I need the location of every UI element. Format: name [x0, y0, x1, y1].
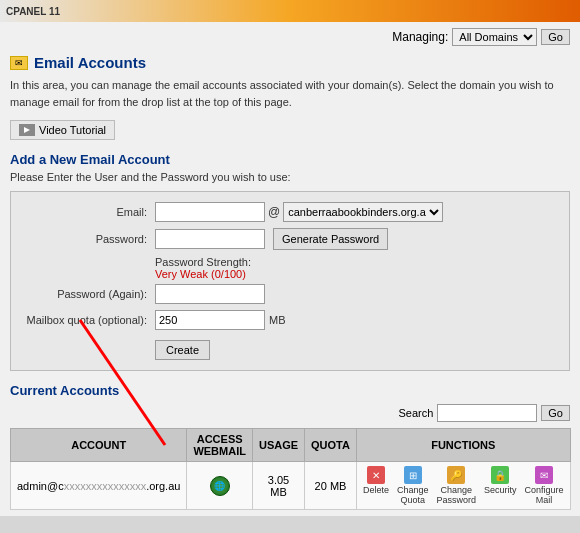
change-password-icon: 🔑	[447, 466, 465, 484]
col-quota: Quota	[305, 429, 357, 462]
change-password-function[interactable]: 🔑 ChangePassword	[437, 466, 477, 505]
configure-mail-icon: ✉	[535, 466, 553, 484]
strength-label: Password Strength:	[155, 256, 251, 268]
configure-mail-label: ConfigureMail	[525, 485, 564, 505]
accounts-table: Account AccessWebmail Usage Quota Functi…	[10, 428, 571, 510]
email-form-row: Email: @ canberraabookbinders.org.au	[25, 202, 555, 222]
add-email-form: Email: @ canberraabookbinders.org.au Pas…	[10, 191, 570, 371]
mailbox-input[interactable]	[155, 310, 265, 330]
domain-select[interactable]: canberraabookbinders.org.au	[283, 202, 443, 222]
at-symbol: @	[268, 205, 280, 219]
password-input[interactable]	[155, 229, 265, 249]
video-icon	[19, 124, 35, 136]
password-form-row: Password: Generate Password	[25, 228, 555, 250]
email-input[interactable]	[155, 202, 265, 222]
functions-group: ✕ Delete ⊞ ChangeQuota 🔑 ChangePassword	[363, 466, 564, 505]
password-again-row: Password (Again):	[25, 284, 555, 304]
configure-mail-function[interactable]: ✉ ConfigureMail	[525, 466, 564, 505]
current-accounts-title: Current Accounts	[10, 383, 570, 398]
delete-icon: ✕	[367, 466, 385, 484]
search-go-button[interactable]: Go	[541, 405, 570, 421]
strength-value: Very Weak (0/100)	[155, 268, 246, 280]
password-strength-row: Password Strength: Very Weak (0/100)	[155, 256, 555, 280]
add-section-subtitle: Please Enter the User and the Password y…	[10, 171, 570, 183]
email-icon: ✉	[10, 56, 28, 70]
mb-label: MB	[269, 314, 286, 326]
cpanel-label: CPANEL 11	[6, 6, 60, 17]
video-tutorial-label: Video Tutorial	[39, 124, 106, 136]
managing-select[interactable]: All Domains	[452, 28, 537, 46]
table-row: admin@cxxxxxxxxxxxxxxx.org.au 🌐 3.05 MB …	[11, 462, 571, 510]
search-label: Search	[398, 407, 433, 419]
section-title: Email Accounts	[34, 54, 146, 71]
change-quota-icon: ⊞	[404, 466, 422, 484]
section-header: ✉ Email Accounts	[10, 54, 570, 71]
col-webmail: AccessWebmail	[187, 429, 253, 462]
search-bar: Search Go	[10, 404, 570, 422]
usage-cell: 3.05 MB	[252, 462, 304, 510]
security-icon: 🔒	[491, 466, 509, 484]
managing-label: Managing:	[392, 30, 448, 44]
col-account: Account	[11, 429, 187, 462]
change-quota-function[interactable]: ⊞ ChangeQuota	[397, 466, 429, 505]
col-usage: Usage	[252, 429, 304, 462]
col-functions: Functions	[356, 429, 570, 462]
section-description: In this area, you can manage the email a…	[10, 77, 570, 110]
managing-bar: Managing: All Domains Go	[10, 28, 570, 46]
security-function[interactable]: 🔒 Security	[484, 466, 517, 495]
email-field-label: Email:	[25, 206, 155, 218]
create-button[interactable]: Create	[155, 340, 210, 360]
webmail-icon[interactable]: 🌐	[210, 476, 230, 496]
account-name-cell: admin@cxxxxxxxxxxxxxxx.org.au	[11, 462, 187, 510]
delete-function[interactable]: ✕ Delete	[363, 466, 389, 495]
video-tutorial-button[interactable]: Video Tutorial	[10, 120, 115, 140]
top-bar: CPANEL 11	[0, 0, 580, 22]
change-password-label: ChangePassword	[437, 485, 477, 505]
email-input-group: @ canberraabookbinders.org.au	[155, 202, 443, 222]
password-again-input[interactable]	[155, 284, 265, 304]
add-section-title: Add a New Email Account	[10, 152, 570, 167]
main-content: Managing: All Domains Go ✉ Email Account…	[0, 22, 580, 516]
webmail-cell: 🌐	[187, 462, 253, 510]
functions-cell: ✕ Delete ⊞ ChangeQuota 🔑 ChangePassword	[356, 462, 570, 510]
mailbox-quota-row: Mailbox quota (optional): MB	[25, 310, 555, 330]
password-field-label: Password:	[25, 233, 155, 245]
search-input[interactable]	[437, 404, 537, 422]
security-label: Security	[484, 485, 517, 495]
mailbox-label: Mailbox quota (optional):	[25, 314, 155, 326]
password-again-label: Password (Again):	[25, 288, 155, 300]
change-quota-label: ChangeQuota	[397, 485, 429, 505]
quota-cell: 20 MB	[305, 462, 357, 510]
generate-password-button[interactable]: Generate Password	[273, 228, 388, 250]
managing-go-button[interactable]: Go	[541, 29, 570, 45]
delete-label: Delete	[363, 485, 389, 495]
